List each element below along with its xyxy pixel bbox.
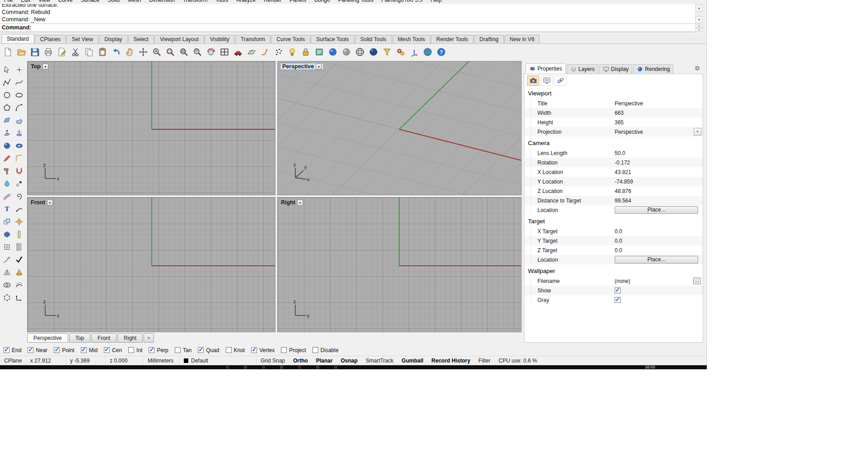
tool-blue-box-icon[interactable]	[2, 229, 13, 240]
status-osnap[interactable]: Osnap	[336, 356, 361, 365]
panel-tab-rendering[interactable]: Rendering	[633, 64, 673, 74]
tool-array-polar-icon[interactable]	[2, 292, 13, 303]
save-icon[interactable]	[29, 47, 40, 58]
viewport-top[interactable]: Top ▼ y x	[27, 61, 275, 195]
filter-funnel-icon[interactable]	[381, 47, 392, 58]
viewport-perspective[interactable]: Perspective ▼ z y x	[277, 61, 522, 195]
viewport-menu-arrow-icon[interactable]: ▼	[297, 200, 303, 206]
toolbar-tab-surface-tools[interactable]: Surface Tools	[311, 35, 355, 43]
osnap-checkbox-mid[interactable]	[81, 347, 87, 353]
toolbar-tab-set-view[interactable]: Set View	[66, 35, 98, 43]
status-filter[interactable]: Filter	[474, 356, 495, 365]
menu-help[interactable]: Help	[426, 0, 446, 4]
status-grid-snap[interactable]: Grid Snap	[257, 356, 289, 365]
tool-group-icon[interactable]	[2, 216, 13, 227]
place-button[interactable]: Place...	[615, 256, 698, 264]
place-button[interactable]: Place...	[615, 206, 698, 214]
tool-torus-icon[interactable]	[14, 140, 25, 151]
menu-analyze[interactable]: Analyze	[232, 0, 260, 4]
osnap-checkbox-project[interactable]	[281, 347, 287, 353]
menu-curve[interactable]: Curve	[54, 0, 77, 4]
osnap-checkbox-perp[interactable]	[149, 347, 154, 353]
tool-dot-grid-icon[interactable]	[2, 241, 13, 252]
tool-magnet-icon[interactable]	[14, 165, 25, 176]
taskbar-app-icon[interactable]	[298, 366, 301, 369]
taskbar-app-icon[interactable]	[226, 366, 229, 369]
wire-sphere-icon[interactable]	[354, 47, 365, 58]
menu-surface[interactable]: Surface	[77, 0, 103, 4]
viewport-title-top[interactable]: Top ▼	[30, 63, 49, 70]
taskbar-app-icon[interactable]	[280, 366, 283, 369]
gumball-axes-icon[interactable]	[408, 47, 420, 58]
tool-column-ruler-icon[interactable]	[14, 241, 25, 252]
new-file-icon[interactable]	[2, 47, 13, 58]
viewport-title-perspective[interactable]: Perspective ▼	[280, 63, 324, 70]
tool-pencil-curve-icon[interactable]	[2, 254, 13, 265]
zoom-extents-icon[interactable]	[191, 47, 203, 58]
tool-fillet-icon[interactable]	[14, 153, 25, 164]
menu-transform[interactable]: Transform	[179, 0, 211, 4]
tool-surface-curve-icon[interactable]	[14, 115, 25, 126]
tool-curve-boolean-icon[interactable]	[2, 279, 13, 290]
checkbox-gray[interactable]	[615, 297, 621, 303]
tool-polyline-icon[interactable]	[2, 77, 13, 88]
tool-extrude-icon[interactable]	[2, 127, 13, 138]
menu-panels[interactable]: Panels	[285, 0, 310, 4]
menu-tools[interactable]: Tools	[211, 0, 232, 4]
taskbar-app-icon[interactable]	[316, 366, 319, 369]
osnap-checkbox-point[interactable]	[54, 347, 60, 353]
scroll-down-button[interactable]: ▼	[695, 16, 703, 23]
osnap-disable[interactable]: Disable	[313, 347, 339, 353]
osnap-quad[interactable]: Quad	[198, 347, 219, 353]
add-viewport-tab-button[interactable]: +	[144, 333, 154, 343]
command-input[interactable]: Command:	[0, 24, 695, 32]
status-ortho[interactable]: Ortho	[289, 356, 312, 365]
rotate-view-icon[interactable]	[205, 47, 216, 58]
zoom-dynamic-icon[interactable]	[151, 47, 162, 58]
viewport-menu-arrow-icon[interactable]: ▼	[47, 200, 53, 206]
menu-mesh[interactable]: Mesh	[124, 0, 145, 4]
lock-icon[interactable]	[300, 47, 311, 58]
curve-arrow-icon[interactable]	[259, 47, 271, 58]
osnap-near[interactable]: Near	[28, 347, 47, 353]
named-view-icon[interactable]	[232, 47, 243, 58]
tool-pair-points-icon[interactable]	[14, 178, 25, 189]
render-sphere-icon[interactable]	[327, 47, 338, 58]
osnap-int[interactable]: Int	[128, 347, 142, 353]
windows-taskbar[interactable]: 16:03	[0, 365, 707, 369]
tool-cone-icon[interactable]	[14, 267, 25, 278]
tool-arc-icon[interactable]	[14, 102, 25, 113]
panel-options-gear-icon[interactable]	[694, 65, 700, 73]
cut-icon[interactable]	[70, 47, 81, 58]
viewport-right[interactable]: Right ▼ z y	[277, 197, 522, 332]
tool-polygon-icon[interactable]	[2, 102, 13, 113]
preview-sphere-icon[interactable]	[341, 47, 352, 58]
osnap-point[interactable]: Point	[54, 347, 74, 353]
osnap-vertex[interactable]: Vertex	[251, 347, 275, 353]
tool-blend-icon[interactable]	[2, 191, 13, 202]
copy-icon[interactable]	[83, 47, 94, 58]
viewport-title-right[interactable]: Right ▼	[280, 199, 304, 206]
menu-paneling-tools[interactable]: Paneling Tools	[334, 0, 378, 4]
command-history[interactable]: Extracted one surface.Command: RebuildCo…	[0, 4, 695, 24]
undo-icon[interactable]	[110, 47, 121, 58]
viewport-title-front[interactable]: Front ▼	[30, 199, 54, 206]
tool-leader-icon[interactable]	[14, 203, 25, 214]
status-record-history[interactable]: Record History	[427, 356, 474, 365]
shaded-sphere-icon[interactable]	[368, 47, 379, 58]
zoom-window-icon[interactable]	[164, 47, 176, 58]
paste-icon[interactable]	[97, 47, 108, 58]
tool-hammer-icon[interactable]	[2, 165, 13, 176]
tool-circle-icon[interactable]	[2, 89, 13, 100]
open-file-icon[interactable]	[15, 47, 27, 58]
notes-icon[interactable]	[313, 47, 325, 58]
scroll-up-button[interactable]: ▲	[695, 5, 703, 11]
toolbar-tab-display[interactable]: Display	[99, 35, 127, 43]
osnap-mid[interactable]: Mid	[81, 347, 98, 353]
viewport-menu-arrow-icon[interactable]: ▼	[316, 64, 322, 70]
osnap-tan[interactable]: Tan	[175, 347, 191, 353]
command-spinner[interactable]: ▲ ▼	[695, 24, 703, 32]
panel-tab-properties[interactable]: Properties	[526, 63, 566, 74]
options-gears-icon[interactable]	[395, 47, 406, 58]
taskbar-app-icon[interactable]	[244, 366, 247, 369]
